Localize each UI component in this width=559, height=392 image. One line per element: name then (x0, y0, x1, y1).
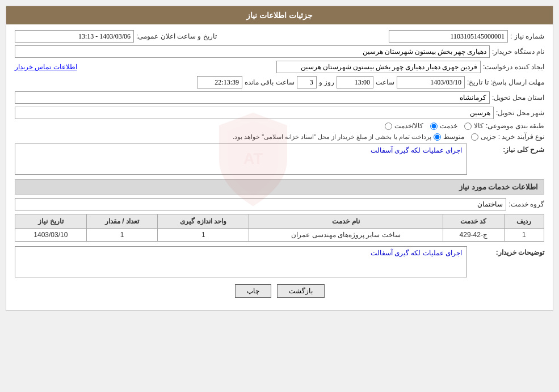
toseef-content: اجرای عملیات لکه گیری آسفالت (15, 246, 467, 277)
noe-farayand-label: نوع فرآیند خرید : (498, 133, 544, 141)
col-vahed: واحد اندازه گیری (158, 214, 249, 229)
sharh-koli-value: اجرای عملیات لکه گیری آسفالت (371, 146, 462, 154)
ijad-konande-row: ایجاد کننده درخواست: اطلاعات تماس خریدار (15, 61, 544, 73)
button-row: بازگشت چاپ (15, 284, 544, 298)
cell-kod: ج-42-429 (443, 229, 504, 242)
ettelaat-tamas-link[interactable]: اطلاعات تماس خریدار (15, 63, 77, 71)
tabaqe-kala-khedmat-radio[interactable] (385, 123, 392, 130)
ostan-row: استان محل تحویل: (15, 91, 544, 104)
tabaqe-khedmat-radio[interactable] (430, 123, 438, 130)
tabaqe-khedmat-label: خدمت (440, 122, 457, 130)
mohlat-saat-mande-label: ساعت باقی مانده (245, 78, 295, 86)
nam-dastgah-label: نام دستگاه خریدار: (492, 48, 544, 56)
farayand-motavaset-item: متوسط (434, 133, 464, 141)
content-area: شماره نیاز : تاریخ و ساعت اعلان عمومی: ن… (6, 24, 553, 310)
tarikh-input[interactable] (15, 30, 134, 43)
col-kod: کد خدمت (443, 214, 504, 229)
col-radif: ردیف (504, 214, 544, 229)
mohlat-date-input[interactable] (397, 76, 465, 88)
cell-nam: ساخت سایر پروژه‌های مهندسی عمران (249, 229, 443, 242)
col-tarikh: تاریخ نیاز (15, 214, 87, 229)
farayand-jozi-radio[interactable] (471, 133, 478, 141)
toseef-label: توضیحات خریدار: (470, 246, 544, 256)
nam-dastgah-input[interactable] (15, 45, 490, 58)
tabaqe-kala-khedmat-item: کالا/خدمت (385, 122, 423, 130)
noe-farayand-radio-group: جزیی متوسط (434, 133, 496, 141)
cell-radif: 1 (504, 229, 544, 242)
ijad-konande-label: ایجاد کننده درخواست: (483, 63, 544, 71)
tabaqe-kala-item: کالا (464, 122, 484, 130)
cell-tarikh: 1403/03/10 (15, 229, 87, 242)
page-header: جزئیات اطلاعات نیاز (6, 6, 553, 24)
cell-vahed: 1 (158, 229, 249, 242)
col-tedad: تعداد / مقدار (86, 214, 158, 229)
mohlat-roz-label: روز و (319, 78, 334, 86)
toseef-row: توضیحات خریدار: اجرای عملیات لکه گیری آس… (15, 246, 544, 277)
farayand-jozi-item: جزیی (471, 133, 496, 141)
tarikh-label: تاریخ و ساعت اعلان عمومی: (136, 32, 217, 40)
mohlat-roz-input[interactable] (297, 76, 317, 88)
toseef-value: اجرای عملیات لکه گیری آسفالت (371, 249, 462, 257)
tabaqe-radio-group: کالا خدمت کالا/خدمت (385, 122, 484, 130)
khadamat-table: ردیف کد خدمت نام خدمت واحد اندازه گیری ت… (15, 214, 544, 242)
tabaqe-label: طبقه بندی موضوعی: (486, 122, 544, 130)
farayand-jozi-label: جزیی (481, 133, 496, 141)
tabaqe-kala-radio[interactable] (464, 123, 472, 130)
tabaqe-kala-label: کالا (474, 122, 484, 130)
shomare-niaz-label: شماره نیاز : (510, 32, 544, 40)
mohlat-saat-input[interactable] (337, 76, 373, 88)
ijad-konande-input[interactable] (276, 61, 481, 73)
col-nam: نام خدمت (249, 214, 443, 229)
main-container: جزئیات اطلاعات نیاز شماره نیاز : تاریخ و… (6, 6, 553, 311)
tabaqe-kala-khedmat-label: کالا/خدمت (394, 122, 423, 130)
mohlat-saat-label: ساعت (376, 78, 394, 86)
nam-dastgah-row: نام دستگاه خریدار: (15, 45, 544, 58)
mohlat-saat-mande-input[interactable] (197, 76, 242, 88)
cell-tedad: 1 (86, 229, 158, 242)
sharh-koli-label: شرح کلی نیاز: (470, 144, 544, 154)
page-wrapper: جزئیات اطلاعات نیاز شماره نیاز : تاریخ و… (0, 0, 559, 392)
tabaqe-khedmat-item: خدمت (430, 122, 457, 130)
ostan-label: استان محل تحویل: (492, 94, 544, 102)
shomare-niaz-input[interactable] (389, 30, 508, 43)
shahr-label: شهر محل تحویل: (496, 109, 544, 117)
farayand-motavaset-radio[interactable] (434, 133, 441, 141)
page-title: جزئیات اطلاعات نیاز (246, 11, 313, 20)
farayand-motavaset-label: متوسط (443, 133, 464, 141)
toseef-inner: اجرای عملیات لکه گیری آسفالت (15, 246, 467, 277)
watermark-shield: AT (202, 108, 304, 210)
ostan-input[interactable] (15, 91, 490, 104)
groh-khedmat-label: گروه خدمت: (508, 200, 544, 208)
table-row: 1 ج-42-429 ساخت سایر پروژه‌های مهندسی عم… (15, 229, 544, 242)
shomare-niaz-row: شماره نیاز : تاریخ و ساعت اعلان عمومی: (15, 30, 544, 43)
mohlat-row: مهلت ارسال پاسخ: تا تاریخ: ساعت روز و سا… (15, 76, 544, 88)
back-button[interactable]: بازگشت (277, 284, 325, 298)
mohlat-label: مهلت ارسال پاسخ: تا تاریخ: (467, 78, 544, 86)
print-button[interactable]: چاپ (235, 284, 271, 298)
svg-text:AT: AT (243, 150, 263, 167)
